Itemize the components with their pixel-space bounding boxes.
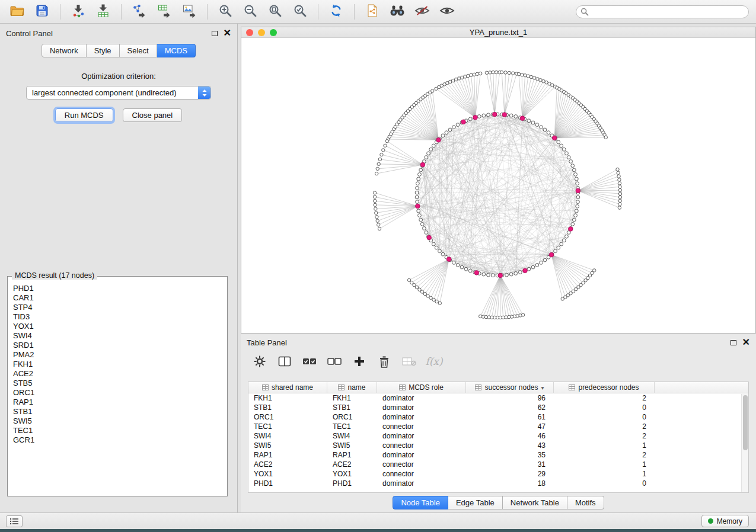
zoom-in-icon	[218, 4, 232, 20]
zoom-fit-button[interactable]	[264, 3, 286, 21]
first-neighbors-button[interactable]	[386, 3, 409, 21]
import-network-button[interactable]	[67, 3, 90, 21]
column-header-MCDS-role[interactable]: MCDS role	[377, 382, 466, 393]
close-panel-icon[interactable]: ✕	[224, 30, 231, 37]
delete-column-button[interactable]	[377, 354, 391, 368]
table-row[interactable]: SWI4SWI4dominator462	[248, 431, 748, 441]
select-arrows-icon	[198, 86, 210, 99]
save-button[interactable]	[31, 3, 53, 21]
table-tabs: Node TableEdge TableNetwork TableMotifs	[393, 496, 604, 509]
apply-layout-button[interactable]	[325, 3, 347, 21]
export-table-button[interactable]	[153, 3, 176, 21]
mcds-result-item[interactable]: CAR1	[13, 293, 227, 303]
cell: dominator	[377, 432, 466, 440]
table-row[interactable]: YOX1YOX1connector291	[248, 469, 748, 479]
float-table-panel-icon[interactable]	[731, 340, 736, 345]
cell: 62	[466, 403, 554, 412]
open-file-button[interactable]	[6, 3, 28, 21]
table-row[interactable]: PHD1PHD1dominator180	[248, 479, 748, 488]
mcds-result-item[interactable]: SWI4	[13, 331, 227, 341]
memory-button[interactable]: Memory	[701, 515, 749, 527]
mcds-result-item[interactable]: RAP1	[13, 398, 227, 407]
cell: dominator	[377, 451, 466, 459]
show-columns-button[interactable]	[277, 354, 292, 368]
add-column-button[interactable]	[352, 354, 366, 368]
mcds-result-item[interactable]: FKH1	[13, 360, 227, 369]
status-bar: Memory	[0, 512, 756, 529]
export-image-icon	[182, 4, 196, 20]
deselect-all-button[interactable]	[327, 354, 342, 368]
task-history-button[interactable]	[6, 515, 23, 527]
mcds-result-item[interactable]: STB1	[13, 407, 227, 416]
mcds-result-item[interactable]: GCR1	[13, 435, 227, 445]
mcds-result-item[interactable]: ORC1	[13, 388, 227, 398]
tab-node-table[interactable]: Node Table	[393, 496, 448, 509]
column-header-successor-nodes[interactable]: successor nodes▾	[466, 382, 554, 393]
criterion-select[interactable]: largest connected component (undirected)	[26, 86, 211, 100]
export-image-button[interactable]	[178, 3, 200, 21]
toolbar-separator	[318, 4, 318, 20]
table-settings-button[interactable]	[253, 354, 267, 368]
maximize-window-icon[interactable]	[270, 29, 277, 36]
close-panel-button[interactable]: Close panel	[123, 108, 183, 122]
scrollbar-thumb[interactable]	[743, 395, 748, 450]
tab-network-table[interactable]: Network Table	[503, 496, 567, 509]
column-header-filler	[655, 382, 748, 393]
table-row[interactable]: SWI5SWI5connector431	[248, 441, 748, 450]
import-table-button[interactable]	[92, 3, 114, 21]
mcds-result-item[interactable]: SWI5	[13, 416, 227, 426]
run-mcds-button[interactable]: Run MCDS	[55, 108, 113, 122]
table-row[interactable]: ORC1ORC1dominator610	[248, 412, 748, 422]
optimization-criterion-label: Optimization criterion:	[0, 72, 237, 81]
cell: 2	[554, 451, 655, 459]
tab-style[interactable]: Style	[87, 44, 120, 57]
network-canvas[interactable]	[241, 38, 755, 333]
network-window-titlebar[interactable]: YPA_prune.txt_1	[241, 27, 755, 38]
tab-motifs[interactable]: Motifs	[567, 496, 604, 509]
mcds-result-item[interactable]: SRD1	[13, 341, 227, 350]
table-row[interactable]: FKH1FKH1dominator962	[248, 393, 748, 403]
select-all-button[interactable]	[302, 354, 317, 368]
table-scrollbar[interactable]	[741, 394, 748, 492]
criterion-select-value: largest connected component (undirected)	[32, 88, 177, 97]
mcds-result-item[interactable]: PMA2	[13, 350, 227, 360]
column-header-name[interactable]: name	[327, 382, 377, 393]
column-header-predecessor-nodes[interactable]: predecessor nodes	[554, 382, 655, 393]
tab-mcds[interactable]: MCDS	[157, 44, 196, 57]
table-row[interactable]: RAP1RAP1dominator352	[248, 450, 748, 460]
zoom-out-button[interactable]	[239, 3, 261, 21]
tab-network[interactable]: Network	[42, 44, 87, 57]
table-body: FKH1FKH1dominator962STB1STB1dominator620…	[248, 393, 748, 488]
minimize-window-icon[interactable]	[258, 29, 265, 36]
binoculars-icon	[390, 5, 405, 19]
export-network-button[interactable]	[128, 3, 151, 21]
mcds-result-item[interactable]: PHD1	[13, 284, 227, 293]
annotation-button[interactable]	[361, 3, 384, 21]
tab-select[interactable]: Select	[120, 44, 157, 57]
zoom-selected-button[interactable]	[289, 3, 311, 21]
mcds-result-item[interactable]: TID3	[13, 312, 227, 322]
search-icon	[580, 8, 589, 18]
zoom-in-button[interactable]	[214, 3, 237, 21]
mcds-result-item[interactable]: TEC1	[13, 426, 227, 435]
float-panel-icon[interactable]	[212, 31, 218, 36]
memory-status-icon	[708, 518, 713, 524]
mcds-result-item[interactable]: ACE2	[13, 369, 227, 379]
table-row[interactable]: TEC1TEC1connector472	[248, 422, 748, 431]
search-input[interactable]	[576, 5, 749, 18]
tab-edge-table[interactable]: Edge Table	[448, 496, 503, 509]
mcds-result-item[interactable]: YOX1	[13, 322, 227, 331]
cell: YOX1	[248, 470, 327, 478]
table-row[interactable]: ACE2ACE2connector311	[248, 460, 748, 469]
sort-chevron-icon: ▾	[541, 384, 544, 391]
show-details-button[interactable]	[436, 3, 458, 21]
control-panel-header: Control Panel ✕	[0, 24, 237, 39]
column-header-shared-name[interactable]: shared name	[248, 382, 327, 393]
hide-details-button[interactable]	[411, 3, 433, 21]
network-view-window: YPA_prune.txt_1	[241, 27, 756, 334]
mcds-result-item[interactable]: STP4	[13, 303, 227, 312]
table-row[interactable]: STB1STB1dominator620	[248, 403, 748, 412]
close-window-icon[interactable]	[246, 29, 253, 36]
close-table-panel-icon[interactable]: ✕	[742, 339, 750, 346]
mcds-result-item[interactable]: STB5	[13, 379, 227, 388]
